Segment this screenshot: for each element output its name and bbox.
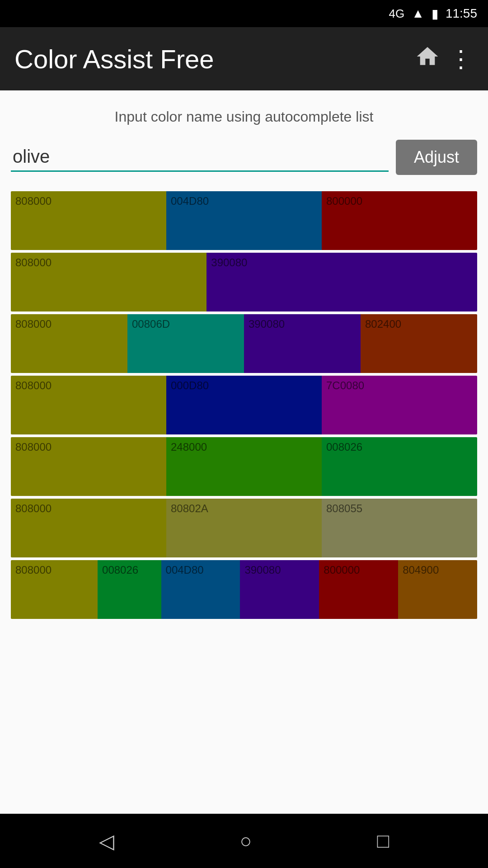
color-swatch[interactable]: 390080: [244, 314, 361, 373]
back-button[interactable]: ◁: [99, 830, 114, 853]
signal-icon: 4G: [389, 7, 405, 21]
swatch-row: 80800000806D390080802400: [11, 314, 477, 373]
signal-bars-icon: ▲: [412, 6, 424, 21]
color-swatch[interactable]: 800000: [319, 560, 398, 619]
color-swatch[interactable]: 808055: [322, 499, 477, 557]
app-title: Color Assist Free: [14, 44, 406, 74]
color-swatch[interactable]: 808000: [11, 499, 166, 557]
input-row: Adjust: [11, 140, 477, 175]
color-swatch[interactable]: 004D80: [166, 191, 322, 250]
home-nav-button[interactable]: ○: [239, 830, 252, 852]
color-swatch[interactable]: 808000: [11, 560, 98, 619]
color-swatch[interactable]: 004D80: [161, 560, 240, 619]
color-swatch[interactable]: 00806D: [127, 314, 244, 373]
color-swatch[interactable]: 802400: [361, 314, 477, 373]
main-content: Input color name using autocomplete list…: [0, 90, 488, 814]
color-swatch[interactable]: 7C0080: [322, 376, 477, 434]
swatch-row: 808000004D80800000: [11, 191, 477, 250]
color-swatch[interactable]: 248000: [166, 437, 322, 496]
swatch-container: 808000004D808000008080003900808080000080…: [11, 191, 477, 619]
color-swatch[interactable]: 808000: [11, 191, 166, 250]
app-bar: Color Assist Free ⋮: [0, 27, 488, 90]
swatch-row: 808000000D807C0080: [11, 376, 477, 434]
swatch-row: 808000390080: [11, 253, 477, 311]
status-bar: 4G ▲ ▮ 11:55: [0, 0, 488, 27]
color-swatch[interactable]: 80802A: [166, 499, 322, 557]
more-options-button[interactable]: ⋮: [449, 45, 474, 72]
color-swatch[interactable]: 390080: [206, 253, 477, 311]
battery-icon: ▮: [432, 6, 438, 21]
color-swatch[interactable]: 808000: [11, 437, 166, 496]
swatch-row: 808000248000008026: [11, 437, 477, 496]
home-button[interactable]: [415, 44, 440, 74]
color-swatch[interactable]: 000D80: [166, 376, 322, 434]
color-swatch[interactable]: 804900: [398, 560, 477, 619]
color-swatch[interactable]: 808000: [11, 253, 206, 311]
nav-bar: ◁ ○ □: [0, 814, 488, 868]
color-swatch[interactable]: 808000: [11, 376, 166, 434]
color-name-input[interactable]: [11, 143, 389, 172]
color-swatch[interactable]: 390080: [240, 560, 319, 619]
clock: 11:55: [446, 6, 477, 21]
color-swatch[interactable]: 808000: [11, 314, 127, 373]
swatch-row: 80800080802A808055: [11, 499, 477, 557]
color-swatch[interactable]: 800000: [322, 191, 477, 250]
swatch-row: 808000008026004D80390080800000804900: [11, 560, 477, 619]
color-swatch[interactable]: 008026: [98, 560, 161, 619]
recents-button[interactable]: □: [377, 830, 389, 852]
color-swatch[interactable]: 008026: [322, 437, 477, 496]
adjust-button[interactable]: Adjust: [396, 140, 477, 175]
instruction-text: Input color name using autocomplete list: [11, 108, 477, 125]
